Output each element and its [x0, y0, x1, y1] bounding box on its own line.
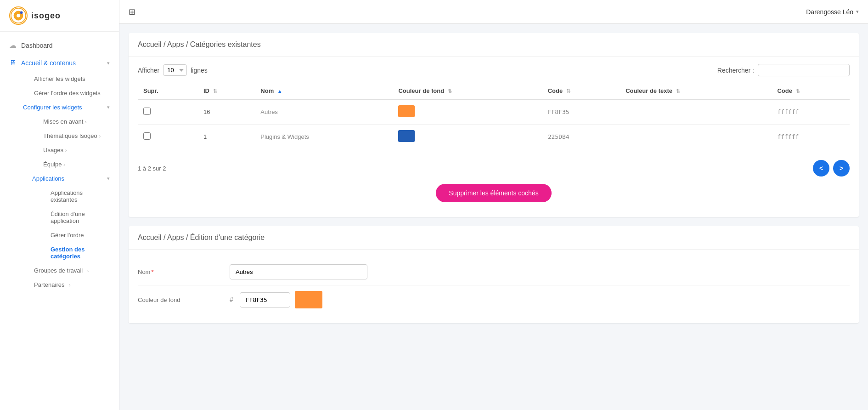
form-row-nom: Nom*	[138, 259, 850, 285]
categories-panel: Accueil / Apps / Catégories existantes A…	[129, 33, 859, 217]
rechercher-label: Rechercher :	[717, 67, 754, 74]
equipe-label: Équipe	[43, 161, 62, 168]
form-couleur-fond-label: Couleur de fond	[138, 296, 220, 303]
col-nom-label: Nom	[260, 87, 274, 94]
sort-nom-icon: ▲	[277, 88, 282, 94]
page-content: Accueil / Apps / Catégories existantes A…	[119, 24, 868, 332]
sidebar-item-gestion-categories[interactable]: Gestion des catégories	[30, 242, 119, 263]
sidebar-item-dashboard[interactable]: ☁ Dashboard	[0, 36, 119, 54]
sidebar-item-mises-en-avant[interactable]: Mises en avant ›	[23, 114, 119, 129]
sidebar-item-gerer-ordre-app[interactable]: Gérer l'ordre	[30, 228, 119, 242]
topbar: ⊞ Darengosse Léo ▾	[119, 0, 868, 24]
col-code2[interactable]: Code ⇅	[772, 83, 850, 99]
username: Darengosse Léo	[806, 8, 853, 16]
next-page-button[interactable]: >	[833, 160, 850, 177]
applications-submenu: Applications existantes Édition d'une ap…	[23, 186, 119, 263]
col-couleur-texte-label: Couleur de texte	[626, 87, 672, 94]
row-checkbox-0[interactable]	[143, 108, 151, 115]
user-chevron-icon: ▾	[856, 9, 859, 15]
sidebar-item-applications[interactable]: Applications ▾	[23, 171, 119, 186]
sort-id-icon: ⇅	[213, 88, 217, 94]
row-checkbox-1[interactable]	[143, 132, 151, 140]
logo-icon	[9, 6, 28, 25]
sidebar-item-accueil[interactable]: 🖥 Accueil & contenus ▾	[0, 54, 119, 72]
cell-id-1: 1	[198, 125, 255, 149]
delete-section: Supprimer les éléments cochés	[138, 184, 850, 202]
nom-input[interactable]	[230, 264, 367, 279]
sidebar-nav: ☁ Dashboard 🖥 Accueil & contenus ▾ Affic…	[0, 32, 119, 296]
user-menu[interactable]: Darengosse Léo ▾	[806, 8, 859, 16]
col-code1-label: Code	[548, 87, 563, 94]
breadcrumb-form: Accueil / Apps / Édition d'une catégorie	[138, 233, 265, 241]
logo-area: isogeo	[0, 0, 119, 32]
edition-panel: Accueil / Apps / Édition d'une catégorie…	[129, 226, 859, 323]
sidebar-item-gerer-ordre-widgets[interactable]: Gérer l'ordre des widgets	[14, 86, 119, 100]
col-code1[interactable]: Code ⇅	[542, 83, 620, 99]
afficher-label: Afficher	[138, 67, 159, 74]
configurer-widgets-label: Configurer les widgets	[23, 104, 82, 111]
col-couleur-texte[interactable]: Couleur de texte ⇅	[620, 83, 772, 99]
sort-code1-icon: ⇅	[566, 88, 570, 94]
accueil-label: Accueil & contenus	[21, 59, 76, 67]
col-nom[interactable]: Nom ▲	[255, 83, 393, 99]
col-couleur-fond[interactable]: Couleur de fond ⇅	[393, 83, 542, 99]
table-controls: Afficher 10 25 50 100 lignes Rechercher …	[138, 64, 850, 76]
rows-per-page-select[interactable]: 10 25 50 100	[163, 64, 187, 76]
applications-label: Applications	[32, 175, 64, 182]
sidebar-item-groupes-travail[interactable]: Groupes de travail ›	[14, 263, 119, 278]
sidebar-item-thematiques[interactable]: Thématiques Isogeo ›	[23, 129, 119, 143]
couleur-fond-swatch	[295, 291, 322, 308]
sidebar: isogeo ☁ Dashboard 🖥 Accueil & contenus …	[0, 0, 119, 410]
thematiques-label: Thématiques Isogeo	[43, 132, 97, 139]
main-content: ⊞ Darengosse Léo ▾ Accueil / Apps / Caté…	[119, 0, 868, 410]
search-input[interactable]	[758, 64, 850, 76]
sidebar-item-equipe[interactable]: Équipe ›	[23, 157, 119, 171]
svg-point-2	[17, 14, 20, 17]
couleur-fond-input[interactable]	[240, 292, 290, 308]
chevron-down-icon-3: ▾	[107, 176, 110, 182]
svg-point-3	[20, 11, 23, 14]
cell-code2-1: ffffff	[772, 125, 850, 149]
partenaires-label: Partenaires	[34, 281, 64, 288]
form-nom-control	[230, 264, 850, 279]
categories-panel-header: Accueil / Apps / Catégories existantes	[129, 33, 859, 57]
table-row: 16 Autres FF8F35 ffffff	[138, 99, 850, 125]
breadcrumb-table: Accueil / Apps / Catégories existantes	[138, 40, 261, 48]
edition-panel-header: Accueil / Apps / Édition d'une catégorie	[129, 226, 859, 250]
categories-table: Supr. ID ⇅ Nom ▲ Couleur de fo	[138, 83, 850, 149]
applications-existantes-label: Applications existantes	[51, 189, 83, 203]
pagination-controls: < >	[813, 160, 850, 177]
usages-label: Usages	[43, 147, 63, 154]
chevron-down-icon-2: ▾	[107, 104, 110, 110]
table-controls-left: Afficher 10 25 50 100 lignes	[138, 64, 208, 76]
sidebar-item-afficher-widgets[interactable]: Afficher les widgets	[14, 72, 119, 86]
swatch-fond-0	[398, 105, 415, 117]
cell-code1-0: FF8F35	[542, 99, 620, 125]
col-id[interactable]: ID ⇅	[198, 83, 255, 99]
gestion-categories-label: Gestion des catégories	[51, 246, 85, 260]
table-controls-right: Rechercher :	[717, 64, 850, 76]
col-couleur-fond-label: Couleur de fond	[398, 87, 444, 94]
logo-text: isogeo	[31, 11, 61, 21]
sidebar-item-edition-application[interactable]: Édition d'une application	[30, 207, 119, 228]
cell-couleur-fond-0	[393, 99, 542, 125]
cell-couleur-texte-1	[620, 125, 772, 149]
dashboard-label: Dashboard	[21, 42, 53, 49]
sidebar-item-partenaires[interactable]: Partenaires ›	[14, 278, 119, 292]
delete-checked-button[interactable]: Supprimer les éléments cochés	[436, 184, 551, 202]
sidebar-item-usages[interactable]: Usages ›	[23, 143, 119, 157]
grid-icon[interactable]: ⊞	[129, 7, 135, 17]
sort-couleur-fond-icon: ⇅	[448, 88, 452, 94]
edition-form: Nom* Couleur de fond #	[129, 250, 859, 323]
sidebar-item-applications-existantes[interactable]: Applications existantes	[30, 186, 119, 207]
cell-code2-0: ffffff	[772, 99, 850, 125]
prev-page-button[interactable]: <	[813, 160, 829, 177]
col-code2-label: Code	[777, 87, 792, 94]
dashboard-icon: ☁	[9, 41, 17, 50]
col-supr[interactable]: Supr.	[138, 83, 198, 99]
form-row-couleur-fond: Couleur de fond #	[138, 285, 850, 314]
form-nom-label: Nom*	[138, 268, 220, 275]
nom-required: *	[151, 268, 153, 275]
sidebar-item-configurer-widgets[interactable]: Configurer les widgets ▾	[14, 100, 119, 114]
cell-couleur-fond-1	[393, 125, 542, 149]
